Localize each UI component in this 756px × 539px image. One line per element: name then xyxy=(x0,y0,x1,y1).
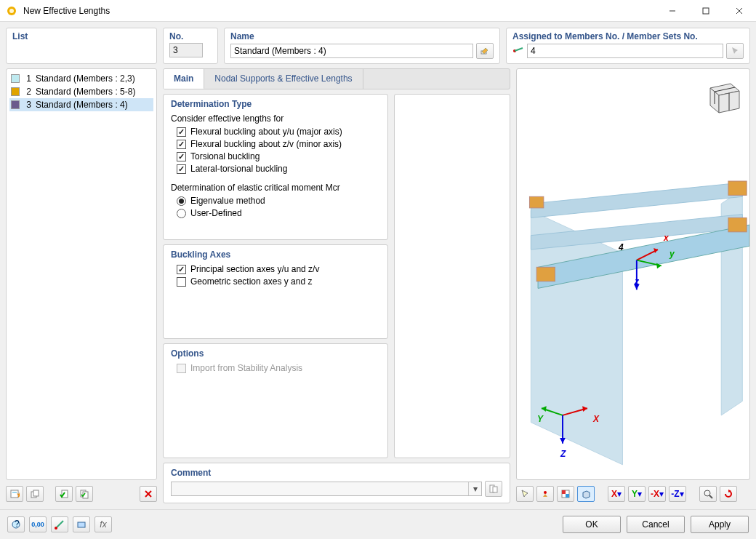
checkbox-label: Geometric section axes y and z xyxy=(190,276,312,287)
svg-point-1 xyxy=(9,9,14,13)
preview-3dview-button[interactable] xyxy=(577,486,595,502)
svg-rect-26 xyxy=(536,267,555,281)
orientation-cube[interactable] xyxy=(701,76,742,117)
radio-label: User-Defined xyxy=(190,208,242,218)
color-swatch xyxy=(11,74,20,83)
global-z-label: Z xyxy=(560,449,566,459)
include-button[interactable] xyxy=(55,486,73,502)
svg-rect-51 xyxy=(566,494,569,498)
list-item[interactable]: 3 Standard (Members : 4) xyxy=(9,98,153,111)
svg-rect-27 xyxy=(728,181,747,195)
svg-marker-52 xyxy=(583,491,590,498)
edit-name-button[interactable] xyxy=(476,43,494,59)
svg-marker-41 xyxy=(560,438,566,444)
list-item-num: 1 xyxy=(24,73,31,84)
app-icon xyxy=(6,5,17,17)
content-row: 1 Standard (Members : 2,3) 2 Standard (M… xyxy=(6,68,750,503)
checkbox-ltb[interactable] xyxy=(177,164,186,174)
mcr-label: Determination of elastic critical moment… xyxy=(171,183,380,193)
zoom-button[interactable] xyxy=(699,486,717,502)
checkbox-flex-y[interactable] xyxy=(177,127,186,137)
tab-main[interactable]: Main xyxy=(164,69,204,89)
svg-line-58 xyxy=(56,521,63,528)
list-item-label: Standard (Members : 2,3) xyxy=(36,73,135,84)
checkbox-principal-axes[interactable] xyxy=(177,265,186,274)
color-swatch xyxy=(11,100,20,109)
chevron-down-icon[interactable]: ▾ xyxy=(468,482,481,495)
checkbox-geometric-axes[interactable] xyxy=(177,277,186,287)
section-title: Determination Type xyxy=(171,99,380,109)
svg-line-8 xyxy=(515,48,523,51)
svg-rect-13 xyxy=(33,490,39,496)
color-swatch xyxy=(11,87,20,96)
list-item[interactable]: 1 Standard (Members : 2,3) xyxy=(9,72,153,85)
svg-point-53 xyxy=(704,490,710,496)
checkbox-label: Torsional buckling xyxy=(190,151,260,161)
name-input[interactable] xyxy=(230,44,473,58)
title-bar: New Effective Lengths xyxy=(0,0,756,22)
radio-user-defined[interactable] xyxy=(177,209,186,218)
no-group: No. xyxy=(163,28,218,64)
determination-type-panel: Determination Type Consider effective le… xyxy=(163,94,388,240)
header-row: List No. Name Assigned to Members No. / … xyxy=(6,28,750,64)
fx-button[interactable]: fx xyxy=(94,516,112,532)
view-y-button[interactable]: Y▾ xyxy=(628,486,646,502)
svg-marker-23 xyxy=(531,183,742,217)
list-item-num: 3 xyxy=(24,100,31,110)
view-x-button[interactable]: X▾ xyxy=(608,486,625,502)
copy-item-button[interactable] xyxy=(26,486,44,502)
section-title: Options xyxy=(171,348,380,359)
list-header: List xyxy=(6,28,157,64)
units-button[interactable]: 0,00 xyxy=(29,516,47,532)
delete-item-button[interactable] xyxy=(140,486,157,502)
svg-rect-60 xyxy=(78,522,85,527)
include-all-button[interactable] xyxy=(76,486,93,502)
ok-button[interactable]: OK xyxy=(563,516,621,533)
help-button[interactable]: ? xyxy=(7,516,25,532)
reset-view-button[interactable] xyxy=(720,486,737,502)
preview-toolbar: X▾ Y▾ -X▾ -Z▾ xyxy=(516,484,750,503)
cancel-button[interactable]: Cancel xyxy=(627,516,685,533)
checkbox-torsional[interactable] xyxy=(177,152,186,161)
buckling-axes-panel: Buckling Axes Principal section axes y/u… xyxy=(163,244,388,339)
tab-nodal-supports[interactable]: Nodal Supports & Effective Lengths xyxy=(204,69,363,89)
preview-color-button[interactable] xyxy=(557,486,574,502)
member-label: 4 xyxy=(619,242,624,252)
apply-button[interactable]: Apply xyxy=(691,516,749,533)
new-item-button[interactable]: ★ xyxy=(6,486,23,502)
list-item[interactable]: 2 Standard (Members : 5-8) xyxy=(9,85,153,98)
member-select-button[interactable] xyxy=(51,516,68,532)
radio-label: Eigenvalue method xyxy=(190,196,265,206)
assigned-input[interactable] xyxy=(527,44,723,58)
svg-text:★: ★ xyxy=(16,490,20,499)
preview-select-button[interactable] xyxy=(516,486,534,502)
no-input[interactable] xyxy=(169,43,203,57)
checkbox-flex-z[interactable] xyxy=(177,140,186,149)
blank-panel xyxy=(394,94,510,458)
view-button[interactable] xyxy=(73,516,90,532)
list-toolbar: ★ xyxy=(6,484,157,503)
list-item-label: Standard (Members : 4) xyxy=(36,100,128,110)
close-button[interactable] xyxy=(723,0,756,22)
radio-eigenvalue[interactable] xyxy=(177,196,186,206)
preview-3d[interactable]: x y z 4 X Y Z xyxy=(516,68,750,480)
checkbox-label: Import from Stability Analysis xyxy=(190,363,302,373)
pick-member-button[interactable] xyxy=(726,43,744,59)
view-z-button[interactable]: -Z▾ xyxy=(669,486,686,502)
svg-marker-21 xyxy=(531,211,622,465)
preview-support-button[interactable] xyxy=(536,486,554,502)
maximize-button[interactable] xyxy=(689,0,723,22)
axis-z-label: z xyxy=(635,276,639,287)
minimize-button[interactable] xyxy=(656,0,689,22)
svg-point-48 xyxy=(544,491,547,494)
comment-edit-button[interactable] xyxy=(485,481,502,497)
member-icon xyxy=(512,45,524,57)
checkbox-import-stability xyxy=(177,364,186,373)
name-label: Name xyxy=(230,31,494,41)
svg-rect-28 xyxy=(728,217,747,231)
comment-text xyxy=(172,482,468,495)
assigned-label: Assigned to Members No. / Member Sets No… xyxy=(512,31,744,41)
view-nx-button[interactable]: -X▾ xyxy=(648,486,666,502)
consider-label: Consider effective lengths for xyxy=(171,113,380,124)
comment-combo[interactable]: ▾ xyxy=(171,482,482,496)
